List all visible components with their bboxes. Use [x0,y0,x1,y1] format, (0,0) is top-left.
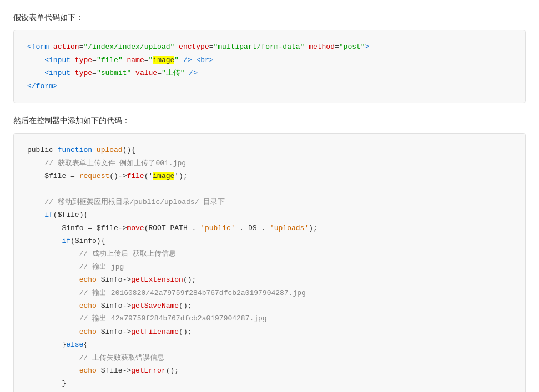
intro-text: 假设表单代码如下： [13,11,526,23]
separator-text: 然后在控制器中添加如下的代码： [13,114,526,126]
html-code-block: <form action="/index/index/upload" encty… [13,30,526,103]
php-code-block: public function upload(){ // 获取表单上传文件 例如… [13,133,526,392]
